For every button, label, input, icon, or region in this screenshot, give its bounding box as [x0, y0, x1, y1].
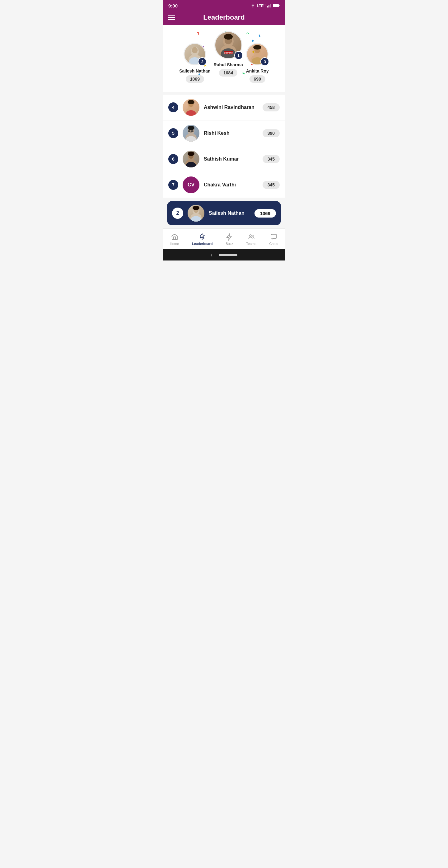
list-name-6: Sathish Kumar	[204, 156, 258, 162]
lte-label: LTER	[257, 3, 265, 8]
nav-label-teams: Teams	[246, 242, 256, 246]
svg-point-25	[224, 35, 229, 39]
list-avatar-7: CV	[183, 177, 199, 193]
second-rank-badge: 2	[198, 57, 206, 66]
first-score: 1684	[219, 69, 237, 76]
svg-text:Supreme: Supreme	[224, 52, 233, 54]
device-bar: ‹	[163, 249, 285, 260]
leaderboard-icon	[198, 233, 206, 241]
svg-point-57	[252, 235, 254, 237]
svg-rect-40	[188, 130, 190, 132]
bottom-navigation: Home Leaderboard Buzz Teams	[163, 228, 285, 249]
first-name: Rahul Sharma	[214, 62, 243, 67]
svg-rect-5	[279, 5, 280, 6]
podium-third: 3 Ankita Roy 690	[246, 43, 269, 83]
wifi-icon	[251, 4, 255, 7]
second-name: Sailesh Nathan	[179, 68, 210, 73]
chats-icon	[270, 233, 278, 241]
teams-icon	[248, 233, 255, 241]
first-avatar-container: Supreme 1	[214, 31, 242, 59]
list-rank-4: 4	[168, 102, 178, 112]
list-item: 7 CV Chakra Varthi 345	[163, 172, 285, 198]
svg-rect-3	[270, 4, 271, 7]
list-rank-7: 7	[168, 180, 178, 190]
page-title: Leaderboard	[203, 13, 245, 22]
battery-icon	[273, 4, 280, 7]
first-rank-badge: 1	[234, 51, 243, 60]
nav-label-chats: Chats	[269, 242, 278, 246]
third-rank-badge: 3	[260, 57, 269, 66]
list-item: 6 Sathish Kumar 345	[163, 146, 285, 172]
current-user-score: 1069	[255, 209, 276, 218]
svg-point-0	[253, 7, 253, 7]
list-name-7: Chakra Varthi	[204, 182, 258, 188]
list-item: 4 Ashwini Ravindharan 458	[163, 95, 285, 120]
nav-label-buzz: Buzz	[226, 242, 233, 246]
svg-rect-2	[268, 5, 269, 7]
list-item: 5 Rishi Kesh 390	[163, 120, 285, 146]
buzz-icon	[226, 233, 233, 241]
current-user-name: Sailesh Nathan	[209, 210, 250, 216]
list-name-5: Rishi Kesh	[204, 130, 258, 136]
svg-rect-13	[259, 35, 260, 37]
status-time: 9:00	[168, 3, 178, 8]
list-score-5: 390	[263, 129, 280, 137]
status-icons: LTER	[251, 3, 280, 8]
podium-first: Supreme 1 Rahul Sharma 1684	[214, 31, 243, 76]
back-button[interactable]: ‹	[211, 252, 213, 258]
list-name-4: Ashwini Ravindharan	[204, 104, 258, 110]
svg-rect-58	[271, 234, 277, 238]
home-indicator[interactable]	[219, 254, 237, 256]
current-user-rank: 2	[172, 208, 183, 219]
third-score: 690	[250, 75, 265, 83]
second-score: 1069	[186, 75, 204, 83]
nav-item-teams[interactable]: Teams	[242, 232, 260, 247]
third-name: Ankita Roy	[246, 68, 269, 73]
list-score-7: 345	[263, 181, 280, 189]
svg-rect-1	[267, 6, 268, 7]
second-avatar-container: 2	[184, 43, 206, 65]
svg-rect-4	[273, 4, 279, 7]
nav-item-chats[interactable]: Chats	[265, 232, 282, 247]
hamburger-menu[interactable]	[168, 15, 175, 20]
signal-icon	[267, 4, 271, 7]
home-icon	[171, 233, 178, 241]
nav-item-leaderboard[interactable]: Leaderboard	[188, 232, 217, 247]
list-rank-5: 5	[168, 128, 178, 138]
nav-label-home: Home	[170, 242, 179, 246]
podium-second: 2 Sailesh Nathan 1069	[179, 43, 210, 83]
svg-point-7	[252, 40, 254, 42]
podium-section: 2 Sailesh Nathan 1069 Supreme	[163, 25, 285, 92]
list-score-4: 458	[263, 103, 280, 112]
current-user-bar: 2 Sailesh Nathan 1069	[167, 201, 281, 225]
third-avatar-container: 3	[246, 43, 268, 65]
list-avatar-6	[183, 151, 199, 167]
list-avatar-4	[183, 99, 199, 116]
nav-label-leaderboard: Leaderboard	[192, 242, 213, 246]
current-user-avatar	[188, 205, 204, 222]
list-avatar-5	[183, 125, 199, 142]
svg-rect-41	[191, 130, 193, 132]
svg-point-44	[188, 126, 194, 130]
app-header: Leaderboard	[163, 11, 285, 25]
nav-item-home[interactable]: Home	[166, 232, 183, 247]
list-score-6: 345	[263, 155, 280, 163]
svg-point-49	[188, 152, 194, 156]
status-bar: 9:00 LTER	[163, 0, 285, 11]
leaderboard-list: 4 Ashwini Ravindharan 458 5	[163, 95, 285, 198]
nav-item-buzz[interactable]: Buzz	[222, 232, 237, 247]
svg-point-16	[192, 47, 197, 53]
list-rank-6: 6	[168, 154, 178, 164]
svg-point-56	[250, 235, 251, 237]
svg-point-29	[253, 51, 255, 53]
svg-point-36	[188, 100, 194, 104]
svg-point-30	[253, 45, 261, 50]
svg-point-54	[193, 206, 199, 210]
